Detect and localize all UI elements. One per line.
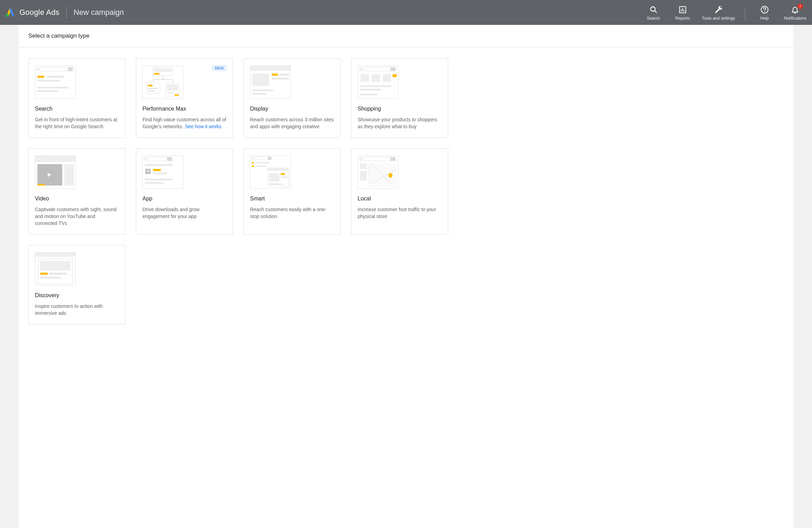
product-logo[interactable]: Google Ads — [6, 8, 59, 17]
product-name: Google Ads — [19, 8, 59, 17]
card-title: Display — [250, 106, 334, 112]
help-label: Help — [760, 16, 769, 21]
card-desc: Showcase your products to shoppers as th… — [358, 116, 442, 130]
header-actions: Search Reports Tools and settings — [644, 4, 806, 21]
search-label: Search — [647, 16, 660, 21]
card-desc: Find high value customers across all of … — [142, 116, 227, 130]
card-desc: Captivate customers with sight, sound an… — [35, 206, 119, 227]
see-how-link[interactable]: See how it works — [185, 124, 222, 129]
thumb-display — [250, 66, 291, 99]
campaign-card-display[interactable]: Display Reach customers across 3 million… — [243, 58, 341, 138]
page-title: New campaign — [74, 8, 124, 17]
campaign-card-discovery[interactable]: Discovery Inspire customers to action wi… — [28, 245, 126, 324]
card-desc: Get in front of high-intent customers at… — [35, 116, 119, 130]
campaign-card-shopping[interactable]: Shopping Showcase your products to shopp… — [351, 58, 448, 138]
thumb-pmax — [142, 66, 183, 99]
notifications-button[interactable]: ! Notifications — [784, 4, 806, 21]
card-desc: Increase customer foot traffic to your p… — [358, 206, 442, 220]
campaign-card-smart[interactable]: Smart Reach customers easily with a one-… — [243, 148, 341, 235]
main-panel: Select a campaign type Search Get in fro… — [19, 25, 793, 528]
thumb-discovery — [35, 252, 76, 285]
svg-point-1 — [650, 7, 655, 11]
section-title: Select a campaign type — [19, 25, 793, 47]
campaign-card-local[interactable]: Local Increase customer foot traffic to … — [351, 148, 448, 235]
thumb-search — [35, 66, 76, 99]
campaign-card-search[interactable]: Search Get in front of high-intent custo… — [28, 58, 126, 138]
notifications-label: Notifications — [784, 16, 806, 21]
card-title: Smart — [250, 196, 334, 202]
search-button[interactable]: Search — [644, 4, 663, 21]
header-divider — [66, 6, 67, 19]
svg-point-0 — [6, 14, 9, 17]
app-header: Google Ads New campaign Search Reports — [0, 0, 812, 25]
card-title: Shopping — [358, 106, 442, 112]
campaign-type-grid: Search Get in front of high-intent custo… — [19, 47, 793, 336]
header-divider-2 — [745, 7, 745, 21]
svg-point-8 — [764, 11, 765, 12]
reports-icon — [679, 6, 687, 14]
thumb-video — [35, 155, 76, 189]
reports-label: Reports — [675, 16, 690, 21]
card-desc: Reach customers across 3 million sites a… — [250, 116, 334, 130]
card-title: Discovery — [35, 292, 119, 299]
new-badge: NEW — [212, 65, 227, 71]
wrench-icon — [714, 6, 723, 14]
search-icon — [649, 6, 658, 14]
notification-badge: ! — [797, 3, 803, 9]
card-title: Video — [35, 196, 119, 202]
card-title: Performance Max — [142, 106, 227, 112]
thumb-local — [358, 155, 398, 189]
tools-label: Tools and settings — [702, 16, 735, 21]
card-desc: Drive downloads and grow engagement for … — [142, 206, 227, 220]
reports-button[interactable]: Reports — [673, 4, 692, 21]
campaign-card-pmax[interactable]: NEW Performance Max Find high — [136, 58, 233, 138]
card-title: Local — [358, 196, 442, 202]
card-title: Search — [35, 106, 119, 112]
help-button[interactable]: Help — [755, 4, 774, 21]
thumb-app — [142, 155, 183, 189]
campaign-card-video[interactable]: Video Captivate customers with sight, so… — [28, 148, 126, 235]
campaign-card-app[interactable]: App Drive downloads and grow engagement … — [136, 148, 233, 235]
thumb-smart — [250, 155, 291, 189]
tools-button[interactable]: Tools and settings — [702, 4, 735, 21]
svg-line-2 — [655, 11, 657, 13]
card-title: App — [142, 196, 227, 202]
thumb-shopping — [358, 66, 398, 99]
google-ads-logo-icon — [6, 8, 15, 17]
card-desc: Inspire customers to action with immersi… — [35, 303, 119, 317]
card-desc: Reach customers easily with a one-stop s… — [250, 206, 334, 220]
help-icon — [760, 6, 769, 14]
